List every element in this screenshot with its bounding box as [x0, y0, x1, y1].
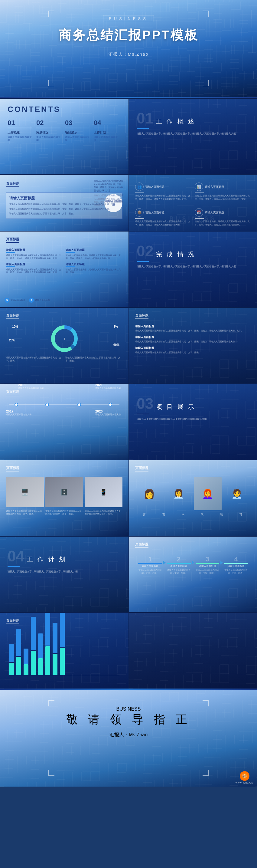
person-name-3: 米 [182, 513, 185, 517]
row-9: 页面标题 [0, 612, 257, 688]
bar-3 [24, 649, 28, 675]
ptb-1-title: 请输入页面标题 [135, 324, 251, 329]
step-1-bar [138, 563, 162, 564]
text-col-2-title: 请输入页面标题 [205, 185, 224, 189]
section02-num: 02 [137, 244, 154, 259]
contents-line-4 [94, 128, 118, 128]
step-arrow-2 [192, 561, 194, 564]
bracket-br [202, 80, 208, 86]
bar-2 [16, 629, 21, 675]
slide-page-headline: 页面标题 请输入页面标题 请输入人页面标题内容大纲请输入人页面标题内容大纲，文字… [0, 175, 129, 231]
numbered-items: 3 请输入页面标题 4 请输入页面标题 [4, 298, 50, 303]
slide-timeline: 页面标题 2017 请输入人页面标题内容大纲 202 [0, 384, 129, 460]
slide-section03-intro: 03 项 目 展 示 请输入人页面标题内容大纲请输入人页面标题内容大纲请输入大纲 [129, 384, 257, 460]
final-bracket-bl [49, 770, 55, 776]
person-4-icon: 🧑‍💼 [231, 489, 243, 499]
section03-badge: 03 项 目 展 示 [137, 396, 207, 411]
row-2: CONTENTS 01 工作概述 请输入页面标题内容大纲 02 完成情况 请输入… [0, 98, 257, 174]
photo-7a-1-icon: 🖥️ [21, 489, 29, 496]
bar-6-blue [45, 613, 50, 646]
contents-item-1: 01 工作概述 请输入页面标题内容大纲 [7, 119, 32, 142]
icon-block-4-body: 请输入人页面标题内容大纲请输入人页面标题内容大纲，文字、图表。 [66, 268, 123, 274]
row-5: 页面标题 ↑ 10% 25% 5% [0, 307, 257, 383]
text-col-3-title: 请输入页面标题 [146, 211, 164, 215]
cover-main-title: 商务总结汇报PPT模板 [59, 27, 198, 43]
text-col-1-body: 请输入人页面标题内容大纲请输入人页面标题内容大纲，文字、图表、请输入，请输入人页… [135, 194, 192, 200]
tl-year-1: 2017 [6, 409, 33, 413]
icon-grid: 请输入页面标题 请输入人页面标题内容大纲请输入人页面标题内容大纲，文字、图表、请… [6, 248, 123, 274]
ni-1-text: 请输入页面标题 [10, 299, 25, 302]
text-col-2: 📊 请输入页面标题 请输入人页面标题内容大纲请输入人页面标题内容大纲，文字、图表… [195, 183, 251, 200]
icon-block-2: 请输入页面标题 请输入人页面标题内容大纲请输入人页面标题内容大纲，文字、图表、请… [66, 248, 123, 260]
tl-dot-1 [14, 403, 18, 406]
step-4: 4 请输入页面标题 请输入人页面标题内容大纲，文字、图表。 [224, 555, 248, 575]
ptb-3-title: 请输入页面标题 [135, 346, 251, 350]
step-1-body: 请输入人页面标题内容大纲，文字、图表。 [138, 569, 162, 575]
p7-t1: 请输入人页面标题内容大纲请输入人页面标题内容大纲，文字、图表。 [6, 510, 44, 515]
timeline-track [9, 404, 120, 405]
slide-section02-intro: 02 完 成 情 况 请输入人页面标题内容大纲请输入人页面标题内容大纲请输入人页… [129, 231, 257, 307]
step-3-title: 请输入页面标题 [199, 564, 216, 568]
slide-work-overview-intro: 01 工 作 概 述 请输入人页面标题内容大纲请输入人页面标题内容大纲请输入人页… [129, 99, 257, 174]
step-2-bar [167, 563, 191, 564]
timeline-container: 2017 请输入人页面标题内容大纲 2020 请输入人页面标题内容大纲 2018… [6, 404, 123, 416]
bar-chart-baseline [9, 675, 120, 675]
ptb-3: 请输入页面标题 请输入人页面标题内容大纲请输入人页面标题内容大纲，文字、图表。 [135, 346, 251, 354]
bar-4 [31, 617, 36, 675]
ni-1-num: 3 [4, 298, 9, 303]
contents-desc-4: 请输入页面标题内容大纲 [94, 136, 118, 142]
bar-3-cyan [24, 664, 28, 675]
slide-pct-text: 页面标题 请输入页面标题 请输入人页面标题内容大纲请输入人页面标题内容大纲，文字… [129, 308, 257, 383]
row-7: 页面标题 🖥️ 🗄️ 📱 请输入人页面标题内容大纲请输入人页面标题内容大纲，文字… [0, 460, 257, 536]
contents-items: 01 工作概述 请输入页面标题内容大纲 02 完成情况 请输入页面标题内容大纲 … [7, 119, 121, 142]
tl-desc-3: 请输入人页面标题内容大纲 [95, 413, 123, 416]
step-1-title: 请输入页面标题 [141, 564, 158, 568]
slide-steps: 页面标题 1 请输入页面标题 请输入人页面标题内容大纲，文字、图表。 2 请输入… [129, 536, 257, 612]
text-col-2-header: 📊 请输入页面标题 [195, 183, 251, 191]
contents-num-2: 02 [36, 119, 61, 127]
tl-dot-4 [108, 403, 112, 406]
bar-1-blue [9, 644, 14, 662]
pct-desc-2: 请输入人页面标题内容大纲请输入人页面标题内容大纲，文字、图表。 [65, 356, 123, 362]
step-1-num: 1 [148, 555, 152, 563]
bracket-tr [202, 10, 208, 17]
ptb-1-body: 请输入人页面标题内容大纲请输入人页面标题内容大纲，文字、图表、请输入，请输入人页… [135, 329, 251, 332]
headline-box: 请输入页面标题 请输入人页面标题内容大纲请输入人页面标题内容大纲，文字、图表、请… [6, 192, 123, 219]
contents-num-4: 04 [94, 119, 118, 127]
empty-right-grid [129, 613, 257, 688]
step-4-title: 请输入页面标题 [228, 564, 245, 568]
contents-item-4: 04 工作计划 请输入页面标题内容大纲 [94, 119, 118, 142]
row-4: 页面标题 请输入页面标题 请输入人页面标题内容大纲请输入人页面标题内容大纲，文字… [0, 231, 257, 307]
page-title-7a: 页面标题 [6, 466, 19, 471]
section01-badge: 01 工 作 概 述 [137, 111, 196, 126]
icon-block-1-title: 请输入页面标题 [6, 248, 63, 252]
bar-5 [38, 633, 43, 675]
bar-6 [45, 613, 50, 675]
bar-4-cyan [31, 651, 36, 675]
icon-block-3: 请输入页面标题 请输入人页面标题内容大纲请输入人页面标题内容大纲，文字、图表、请… [6, 262, 63, 274]
page-title-9a: 页面标题 [6, 618, 19, 624]
contents-num-1: 01 [7, 119, 32, 127]
final-business-label: BUSINESS [117, 706, 141, 712]
page-body-3c: 请输入人页面标题内容大纲请输入人页面标题内容大纲，文字、图表。 [9, 212, 119, 216]
slide-empty-right [129, 613, 257, 688]
step-4-num: 4 [234, 555, 238, 563]
icon-block-2-title: 请输入页面标题 [66, 248, 123, 252]
page-title-5a: 页面标题 [6, 313, 19, 319]
tl-item-1: 2017 请输入人页面标题内容大纲 [6, 409, 33, 416]
tl-year-3: 2020 [95, 409, 123, 413]
contents-item-2: 02 完成情况 请输入页面标题内容大纲 [36, 119, 61, 142]
slide-barchart: 页面标题 [0, 613, 129, 688]
bar-3-blue [24, 649, 28, 664]
step-arrow-1 [163, 561, 166, 564]
page-title-3a: 页面标题 [6, 181, 19, 187]
bar-8-cyan [60, 648, 65, 675]
row-8: 04 工 作 计 划 请输入人页面标题内容大纲请输入人页面标题内容大纲请输入大纲… [0, 536, 257, 612]
bar-4-blue [31, 617, 36, 650]
ptb-2-body: 请输入人页面标题内容大纲请输入人页面标题内容大纲，文字、图表、请输入，请输入人页… [135, 340, 251, 343]
bar-6-cyan [45, 646, 50, 675]
contents-line-3 [65, 128, 89, 128]
page-body-3b: 请输入人页面标题内容大纲请输入人页面标题内容大纲，文字、图表、请输入，请输入人页… [9, 208, 119, 211]
section03-num: 03 [137, 396, 154, 411]
text-col-2-body: 请输入人页面标题内容大纲请输入人页面标题内容大纲，文字、图表、请输入，请输入人页… [195, 194, 251, 200]
